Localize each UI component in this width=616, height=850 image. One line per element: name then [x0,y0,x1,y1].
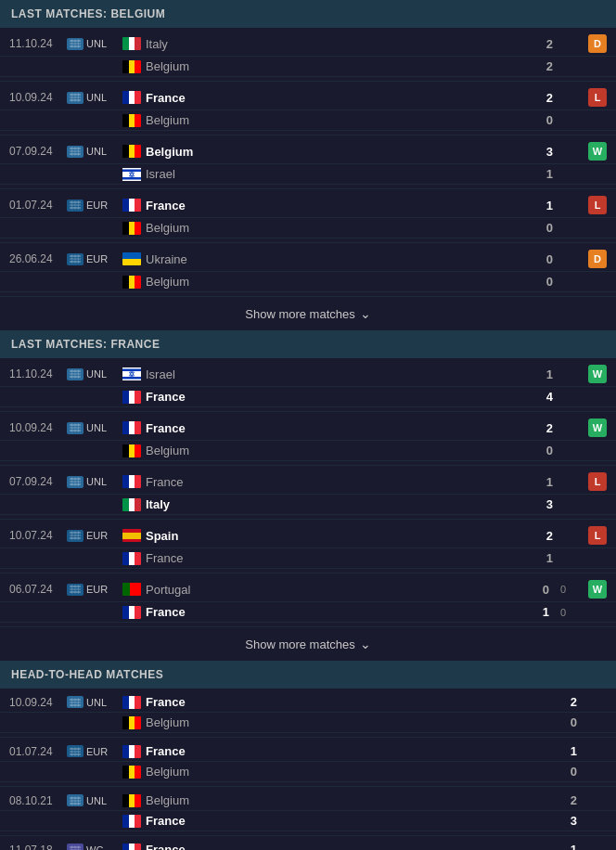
team-name: Israel [122,367,525,381]
match-row: 07.09.24 UNLBelgium3W [0,139,616,164]
team-label: Belgium [146,715,189,729]
match-competition: UNL [67,476,122,488]
competition-icon [67,530,83,542]
match-row: 07.09.24 UNLFrance1L [0,470,616,495]
team-flag [122,583,141,596]
match-score: 1 [525,367,553,381]
team-flag [122,696,141,709]
team-flag [122,391,141,404]
comp-label: UNL [86,476,107,487]
comp-label: UNL [86,422,107,433]
svg-rect-48 [122,369,141,372]
team-flag [122,844,141,851]
team-name: Belgium [122,59,525,73]
team-label: France [146,91,186,105]
match-date: 11.10.24 [9,367,67,380]
comp-label: UNL [86,146,107,157]
match-date: 10.07.24 [9,529,67,542]
team-name: France [122,199,525,212]
result-badge: L [588,88,607,107]
match-competition: EUR [67,200,122,212]
match-group: 11.10.24 UNL Israel1WFrance4 [0,358,616,412]
team-name: Belgium [122,221,525,235]
match-row: France1 [0,548,616,569]
match-score: 1 [525,167,553,181]
match-competition: UNL [67,422,122,434]
competition-icon [67,745,83,757]
competition-icon [67,92,83,104]
team-label: France [146,551,183,565]
team-name: France [122,551,525,565]
competition-icon [67,38,83,50]
team-name: Belgium [122,444,525,457]
team-name: Belgium [122,275,525,289]
team-name: France [122,475,525,489]
team-label: Belgium [146,275,189,289]
match-group: 11.07.18 WCFrance1Belgium0 [0,836,616,850]
team-name: Italy [122,497,525,511]
svg-rect-49 [122,377,141,380]
match-score: 1 [521,605,549,619]
show-more-belgium[interactable]: Show more matches ⌄ [0,297,616,330]
match-group: 01.07.24 EURFrance1Belgium0 [0,738,616,787]
match-score: 0 [525,113,553,127]
team-label: France [146,695,186,709]
team-flag [122,276,141,289]
comp-label: UNL [86,368,107,380]
competition-icon [67,253,83,265]
comp-label: UNL [86,92,107,103]
match-score: 1 [549,843,577,850]
team-flag [122,145,141,158]
team-flag [122,606,141,619]
match-date: 07.09.24 [9,145,67,158]
team-flag [122,498,141,511]
match-score: 0 [525,275,553,289]
comp-label: EUR [86,746,108,757]
team-flag [122,475,141,488]
competition-icon [67,422,83,434]
match-competition: EUR [67,253,122,265]
comp-label: UNL [86,795,107,806]
show-more-france[interactable]: Show more matches ⌄ [0,627,616,661]
team-name: Portugal [122,583,521,597]
team-name: Spain [122,529,525,543]
match-row: 10.09.24 UNLFrance2L [0,85,616,110]
competition-icon [67,146,83,158]
match-score: 2 [525,529,553,543]
match-row: 26.06.24 EURUkraine0D [0,247,616,272]
competition-icon [67,696,83,708]
match-score: 1 [525,475,553,489]
match-row: 06.07.24 EURPortugal00W [0,577,616,602]
team-flag [122,60,141,73]
match-date: 01.07.24 [9,745,67,758]
match-row: Belgium2 [0,57,616,77]
extra-score: 0 [560,607,583,618]
team-label: Belgium [146,221,189,235]
match-row: 01.07.24 EURFrance1L [0,193,616,218]
team-name: Belgium [122,765,549,779]
comp-label: EUR [86,200,108,211]
match-row: Italy3 [0,495,616,515]
match-score: 0 [525,252,553,266]
match-row: 01.07.24 EURFrance1 [0,741,616,762]
show-more-label: Show more matches [245,307,355,321]
team-label: France [146,475,183,489]
show-more-label: Show more matches [245,638,355,651]
match-row: France4 [0,387,616,407]
match-competition: UNL [67,146,122,158]
team-label: France [146,421,186,435]
match-score: 3 [549,814,577,828]
match-score: 3 [525,497,553,511]
competition-icon [67,200,83,212]
team-label: Italy [146,37,168,51]
match-competition: UNL [67,38,122,50]
match-row: 08.10.21 UNLBelgium2 [0,791,616,811]
team-label: Belgium [146,444,189,457]
match-group: 11.10.24 UNLItaly2DBelgium2 [0,28,616,82]
match-competition: EUR [67,584,122,596]
section-header-h2h: HEAD-TO-HEAD MATCHES [0,661,616,689]
match-date: 10.09.24 [9,91,67,104]
team-label: France [146,390,186,404]
match-competition: UNL [67,794,122,806]
team-name: Ukraine [122,252,525,266]
